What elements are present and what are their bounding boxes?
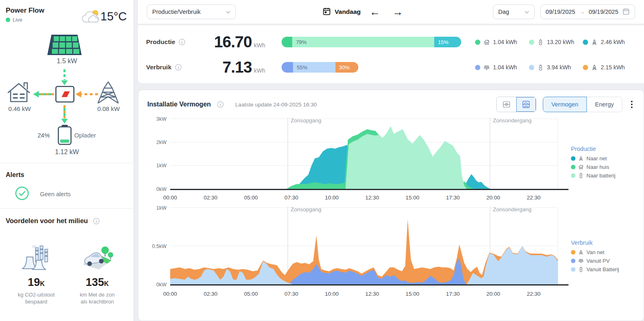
power-flow-title: Power Flow	[6, 7, 44, 15]
svg-text:02:30: 02:30	[204, 195, 218, 201]
chart-legend-item[interactable]: Vanuit Batterij	[571, 265, 643, 274]
svg-text:00:00: 00:00	[163, 195, 177, 201]
grid-pylon-icon	[98, 82, 118, 103]
svg-text:07:30: 07:30	[284, 291, 298, 297]
co2-suffix: K	[40, 280, 45, 287]
car-icon	[81, 265, 113, 272]
pylon-icon	[578, 249, 584, 255]
battery-soc: 24%	[25, 132, 50, 139]
pv-power-value: 1.5 kW	[0, 58, 134, 65]
svg-text:02:30: 02:30	[204, 291, 218, 297]
bar-segment	[282, 62, 293, 73]
house-power-value: 0.46 kW	[1, 105, 38, 112]
unit-tabs: Vermogen Energy	[543, 97, 622, 112]
svg-text:05:00: 05:00	[244, 291, 258, 297]
panel-icon	[483, 64, 490, 71]
live-status: Live	[6, 17, 22, 23]
power-flow-panel: Power Flow Live 15°C	[0, 0, 133, 163]
co2-value: 19	[28, 276, 40, 288]
period-select[interactable]: Dag	[493, 4, 535, 19]
calendar-icon[interactable]	[622, 8, 630, 16]
date-from[interactable]: 09/19/2025	[546, 9, 575, 15]
alerts-title: Alerts	[6, 171, 128, 179]
svg-text:07:30: 07:30	[284, 195, 298, 201]
km-suffix: K	[104, 280, 109, 287]
main-area: Productie/Verbruik Vandaag ← → Dag 09/19…	[138, 0, 644, 321]
house-icon	[578, 164, 584, 170]
battery-icon	[537, 64, 544, 71]
alerts-message: Geen alerts	[40, 191, 71, 197]
chart-legend-title: Verbruik	[571, 239, 643, 246]
chart-legend-item[interactable]: Naar net	[571, 154, 643, 163]
last-update: Laatste update 24-09-2025 16:30	[235, 102, 317, 108]
consumption-chart-row: 0kW0.5kW1kWZonsopgangZonsondergang00:000…	[138, 203, 644, 299]
summary-value: 16.70kWh	[196, 33, 282, 51]
chart-legend-item[interactable]: Naar batterij	[571, 171, 643, 180]
battery-state: Oplader	[74, 132, 103, 139]
combined-view-icon[interactable]	[497, 97, 516, 112]
summary-legend-item: 2.46 kWh	[583, 39, 637, 46]
svg-text:1kW: 1kW	[156, 205, 167, 211]
summary-legend-item: 1.04 kWh	[475, 64, 529, 71]
chart-legend-item[interactable]: Van net	[571, 248, 643, 257]
battery-icon	[58, 125, 71, 144]
bar-segment: 55%	[293, 62, 335, 73]
date-range-picker[interactable]: 09/19/2025 → 09/19/2025	[540, 4, 635, 19]
sidebar: Power Flow Live 15°C	[0, 0, 134, 321]
svg-text:22:30: 22:30	[527, 195, 541, 201]
summary-legend-item: 13.20 kWh	[529, 39, 583, 46]
productie-chart-legend: ProductieNaar netNaar huisNaar batterij	[571, 146, 643, 203]
pylon-icon	[591, 39, 598, 46]
today-button[interactable]: Vandaag	[322, 7, 361, 17]
svg-text:10:00: 10:00	[325, 291, 339, 297]
chart-legend-item[interactable]: Vanuit PV	[571, 257, 643, 265]
tab-vermogen[interactable]: Vermogen	[543, 97, 587, 112]
chart-legend-title: Productie	[571, 146, 643, 152]
info-icon[interactable]	[175, 64, 182, 71]
date-to[interactable]: 09/19/2025	[588, 9, 618, 15]
toolbar: Productie/Verbruik Vandaag ← → Dag 09/19…	[138, 0, 644, 24]
view-select[interactable]: Productie/Verbruik	[147, 4, 236, 19]
chart-card: Installatie Vermogen Laatste update 24-0…	[138, 90, 644, 321]
summary-legend-item: 3.94 kWh	[529, 64, 583, 71]
co2-stat: 19K kg CO2-uitstootbespaard	[6, 244, 67, 305]
prev-day-arrow-icon[interactable]: ←	[366, 7, 384, 17]
summary-legend-item: 2.15 kWh	[583, 64, 637, 71]
km-value: 135	[86, 276, 104, 288]
next-day-arrow-icon[interactable]: →	[389, 7, 406, 17]
chart-card-header: Installatie Vermogen Laatste update 24-0…	[138, 90, 644, 114]
pylon-icon	[591, 64, 598, 71]
productie-area-chart: 0kW1kW2kW3kWZonsopgangZonsondergang00:00…	[147, 114, 570, 203]
verbruik-summary-row: Verbruik7.13kWh55%30%1.04 kWh3.94 kWh2.1…	[146, 55, 644, 80]
svg-text:0kW: 0kW	[156, 282, 167, 288]
svg-text:05:00: 05:00	[244, 195, 258, 201]
chevron-down-icon	[226, 9, 231, 15]
svg-text:20:00: 20:00	[486, 195, 500, 201]
summary-value: 7.13kWh	[196, 58, 282, 76]
svg-text:Zonsopgang: Zonsopgang	[291, 117, 321, 124]
chart-view-toggle	[496, 97, 536, 112]
tab-energy[interactable]: Energy	[587, 97, 622, 112]
battery-power-value: 1.12 kW	[0, 148, 134, 156]
svg-text:Zonsopgang: Zonsopgang	[291, 206, 321, 213]
info-icon[interactable]	[93, 217, 100, 225]
summary-label: Productie	[146, 38, 196, 46]
info-icon[interactable]	[178, 38, 186, 46]
more-options-icon[interactable]	[629, 101, 635, 108]
svg-text:15:00: 15:00	[406, 291, 420, 297]
pv-flow-arrow	[61, 69, 68, 85]
svg-text:12:30: 12:30	[365, 195, 379, 201]
svg-text:2kW: 2kW	[156, 139, 167, 145]
production-chart-row: 0kW1kW2kW3kWZonsopgangZonsondergang00:00…	[138, 114, 644, 203]
svg-text:00:00: 00:00	[163, 291, 177, 297]
info-icon[interactable]	[217, 101, 224, 108]
battery-icon	[578, 266, 584, 272]
svg-text:0kW: 0kW	[156, 186, 167, 192]
chart-legend-item[interactable]: Naar huis	[571, 163, 643, 171]
verbruik-area-chart: 0kW0.5kW1kWZonsopgangZonsondergang00:000…	[147, 203, 570, 299]
temperature: 15°C	[100, 10, 127, 23]
factory-icon	[20, 265, 52, 272]
split-view-icon[interactable]	[516, 97, 536, 112]
svg-text:15:00: 15:00	[406, 195, 420, 201]
inverter-icon	[56, 86, 74, 102]
